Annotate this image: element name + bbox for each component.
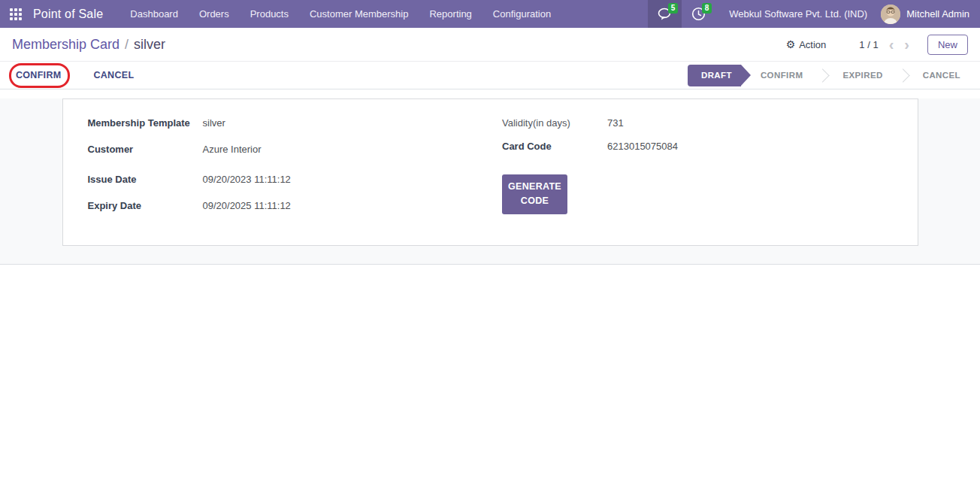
issue-date-label: Issue Date (88, 174, 203, 185)
menu-reporting[interactable]: Reporting (419, 0, 482, 28)
form-left-column: Membership Template silver Customer Azur… (63, 117, 491, 245)
breadcrumb-current: silver (134, 37, 165, 53)
menu-orders[interactable]: Orders (189, 0, 240, 28)
state-confirm[interactable]: CONFIRM (741, 71, 816, 80)
activities-badge: 8 (702, 3, 712, 14)
messages-button[interactable]: 5 (648, 0, 682, 28)
menu-products[interactable]: Products (240, 0, 299, 28)
app-title[interactable]: Point of Sale (32, 0, 119, 28)
action-menu-button[interactable]: ⚙ Action (786, 38, 827, 50)
card-code-label: Card Code (502, 141, 607, 152)
field-expiry-date: Expiry Date 09/20/2025 11:11:12 (88, 200, 491, 226)
new-button[interactable]: New (927, 35, 968, 55)
membership-template-value[interactable]: silver (203, 117, 225, 129)
empty-area (0, 265, 980, 497)
user-avatar (881, 5, 900, 24)
membership-template-label: Membership Template (88, 117, 203, 129)
state-separator-icon (896, 68, 909, 82)
top-navbar: Point of Sale Dashboard Orders Products … (0, 0, 980, 28)
gear-icon: ⚙ (786, 38, 796, 50)
state-arrow-tip (741, 65, 751, 86)
generate-code-button[interactable]: GENERATE CODE (502, 174, 567, 214)
pager-arrows: ‹ › (889, 37, 909, 52)
form-view: Membership Template silver Customer Azur… (0, 98, 980, 265)
expiry-date-label: Expiry Date (88, 200, 203, 211)
field-customer: Customer Azure Interior (88, 144, 491, 170)
breadcrumb-separator: / (125, 37, 129, 53)
user-menu[interactable]: Mitchell Admin (879, 0, 980, 28)
state-cancel[interactable]: CANCEL (909, 71, 974, 80)
confirm-button[interactable]: CONFIRM (16, 70, 61, 80)
validity-value[interactable]: 731 (607, 117, 624, 129)
card-code-value[interactable]: 6213015075084 (607, 141, 678, 152)
form-sheet: Membership Template silver Customer Azur… (62, 98, 918, 246)
record-pager: 1 / 1 (859, 39, 878, 50)
cancel-button[interactable]: CANCEL (93, 70, 134, 80)
user-name: Mitchell Admin (906, 8, 969, 20)
main-menu: Dashboard Orders Products Customer Membe… (119, 0, 561, 28)
messages-badge: 5 (668, 3, 679, 14)
pager-previous-icon[interactable]: ‹ (889, 37, 894, 52)
field-issue-date: Issue Date 09/20/2023 11:11:12 (88, 174, 491, 200)
menu-customer-membership[interactable]: Customer Membership (299, 0, 419, 28)
breadcrumb: Membership Card / silver (12, 37, 165, 53)
menu-configuration[interactable]: Configuration (482, 0, 561, 28)
activities-button[interactable]: 8 (682, 0, 715, 28)
apps-grid-icon (10, 8, 22, 20)
field-validity: Validity(in days) 731 (502, 117, 918, 141)
status-pipeline: DRAFT CONFIRM EXPIRED CANCEL (688, 62, 974, 89)
state-separator-icon (816, 68, 830, 82)
customer-value[interactable]: Azure Interior (203, 144, 262, 155)
customer-label: Customer (88, 144, 203, 155)
apps-menu-button[interactable] (0, 0, 32, 28)
state-draft[interactable]: DRAFT (688, 65, 741, 86)
field-card-code: Card Code 6213015075084 (502, 141, 918, 164)
systray: 5 8 Webkul Software Pvt. Ltd. (IND) (648, 0, 980, 28)
validity-label: Validity(in days) (502, 117, 607, 129)
pager-next-icon[interactable]: › (904, 37, 909, 52)
issue-date-value[interactable]: 09/20/2023 11:11:12 (203, 174, 291, 185)
form-statusbar: CONFIRM CANCEL DRAFT CONFIRM EXPIRED CAN… (0, 62, 980, 89)
company-switcher[interactable]: Webkul Software Pvt. Ltd. (IND) (715, 0, 879, 28)
topbar-spacer (561, 0, 648, 28)
control-panel-right: ⚙ Action 1 / 1 ‹ › New (786, 35, 968, 55)
form-right-column: Validity(in days) 731 Card Code 62130150… (490, 117, 918, 245)
expiry-date-value[interactable]: 09/20/2025 11:11:12 (203, 200, 291, 211)
state-draft-label: DRAFT (701, 71, 732, 80)
action-label: Action (799, 39, 826, 50)
breadcrumb-parent-link[interactable]: Membership Card (12, 37, 119, 53)
state-expired[interactable]: EXPIRED (829, 71, 896, 80)
field-membership-template: Membership Template silver (88, 117, 491, 144)
menu-dashboard[interactable]: Dashboard (119, 0, 189, 28)
control-panel: Membership Card / silver ⚙ Action 1 / 1 … (0, 28, 980, 62)
